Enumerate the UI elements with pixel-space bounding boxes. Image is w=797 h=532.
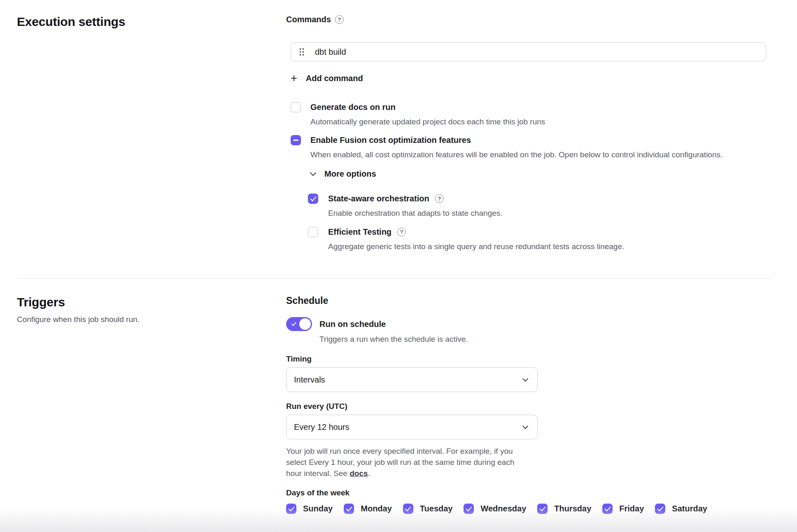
drag-handle-icon[interactable] (299, 48, 304, 56)
day-item-saturday: Saturday (655, 504, 707, 514)
efficient-testing-help-icon[interactable]: ? (397, 228, 406, 236)
days-of-week-label: Days of the week (286, 488, 773, 497)
run-every-label: Run every (UTC) (286, 402, 773, 411)
chevron-down-icon (522, 376, 528, 382)
efficient-testing-row: Efficient Testing ? (308, 227, 773, 237)
tuesday-checkbox[interactable] (403, 504, 413, 514)
day-item-wednesday: Wednesday (464, 504, 526, 514)
wednesday-checkbox[interactable] (464, 504, 474, 514)
toggle-knob (299, 318, 311, 330)
triggers-section: Triggers Configure when this job should … (0, 279, 797, 514)
efficient-testing-checkbox[interactable] (308, 227, 318, 237)
fusion-cost-label: Enable Fusion cost optimization features (310, 135, 471, 145)
interval-helper-text: Your job will run once every specified i… (286, 446, 773, 479)
run-on-schedule-toggle[interactable] (286, 317, 312, 331)
efficient-testing-description: Aggregate generic tests into a single qu… (308, 242, 773, 251)
commands-help-icon[interactable]: ? (335, 15, 344, 24)
execution-settings-left-column: Execution settings (17, 15, 286, 251)
generate-docs-label: Generate docs on run (310, 103, 396, 112)
chevron-down-icon (310, 170, 317, 176)
sunday-checkbox[interactable] (286, 504, 296, 514)
monday-checkbox[interactable] (344, 504, 354, 514)
generate-docs-row: Generate docs on run (291, 102, 773, 112)
monday-label: Monday (361, 504, 392, 513)
schedule-content: Schedule Run on schedule Triggers a run … (286, 295, 773, 514)
commands-label: Commands (286, 15, 331, 24)
helper-line-1: Your job will run once every specified i… (286, 446, 773, 457)
day-item-tuesday: Tuesday (403, 504, 453, 514)
run-every-select-value: Every 12 hours (294, 422, 350, 432)
day-item-monday: Monday (344, 504, 392, 514)
run-on-schedule-row: Run on schedule (286, 317, 773, 331)
chevron-down-icon (522, 423, 528, 429)
state-aware-checkbox[interactable] (308, 194, 318, 204)
triggers-subtitle: Configure when this job should run. (17, 315, 286, 324)
commands-label-row: Commands ? (286, 15, 773, 24)
day-item-sunday: Sunday (286, 504, 333, 514)
triggers-left-column: Triggers Configure when this job should … (17, 295, 286, 514)
day-item-friday: Friday (602, 504, 644, 514)
sunday-label: Sunday (303, 504, 333, 513)
toggle-check-icon (291, 321, 296, 326)
execution-settings-section: Execution settings Commands ? + Add comm… (0, 0, 797, 278)
day-item-thursday: Thursday (537, 504, 591, 514)
state-aware-row: State-aware orchestration ? (308, 194, 773, 204)
wednesday-label: Wednesday (480, 504, 526, 513)
timing-label: Timing (286, 355, 773, 364)
tuesday-label: Tuesday (420, 504, 453, 513)
fusion-sub-options: State-aware orchestration ? Enable orche… (291, 194, 773, 251)
command-row (291, 42, 766, 61)
add-command-label: Add command (306, 74, 363, 83)
more-options-toggle[interactable]: More options (291, 169, 773, 179)
run-on-schedule-label: Run on schedule (319, 320, 386, 329)
efficient-testing-label: Efficient Testing (328, 227, 392, 237)
state-aware-help-icon[interactable]: ? (435, 194, 444, 203)
fusion-cost-description: When enabled, all cost optimization feat… (291, 150, 773, 159)
generate-docs-checkbox[interactable] (291, 102, 301, 112)
timing-select[interactable]: Intervals (286, 367, 538, 392)
thursday-checkbox[interactable] (537, 504, 548, 514)
fusion-cost-row: Enable Fusion cost optimization features (291, 135, 773, 145)
run-on-schedule-description: Triggers a run when the schedule is acti… (286, 335, 773, 344)
saturday-label: Saturday (672, 504, 707, 513)
execution-settings-title: Execution settings (17, 15, 286, 29)
add-command-button[interactable]: + Add command (291, 73, 363, 84)
helper-line-3-prefix: hour interval. See (286, 469, 350, 478)
generate-docs-description: Automatically generate updated project d… (291, 117, 773, 126)
friday-label: Friday (619, 504, 644, 513)
fusion-cost-checkbox[interactable] (291, 135, 301, 145)
helper-line-2: select Every 1 hour, your job will run a… (286, 457, 773, 468)
execution-settings-content: Commands ? + Add command Generate docs o… (286, 15, 773, 251)
more-options-label: More options (324, 169, 376, 179)
docs-link[interactable]: docs (350, 469, 368, 478)
saturday-checkbox[interactable] (655, 504, 665, 514)
schedule-heading: Schedule (286, 295, 773, 306)
days-of-week-row: Sunday Monday Tuesday Wednesday Thursday (286, 504, 773, 514)
command-input[interactable] (315, 47, 757, 57)
state-aware-description: Enable orchestration that adapts to stat… (308, 209, 773, 218)
state-aware-label: State-aware orchestration (328, 194, 429, 203)
timing-select-value: Intervals (294, 375, 325, 385)
helper-line-3: hour interval. See docs. (286, 468, 773, 479)
friday-checkbox[interactable] (602, 504, 613, 514)
plus-icon: + (291, 73, 297, 84)
triggers-title: Triggers (17, 295, 286, 309)
helper-line-3-suffix: . (368, 469, 370, 478)
job-settings-page: Execution settings Commands ? + Add comm… (0, 0, 797, 532)
thursday-label: Thursday (554, 504, 591, 513)
run-every-select[interactable]: Every 12 hours (286, 415, 538, 439)
